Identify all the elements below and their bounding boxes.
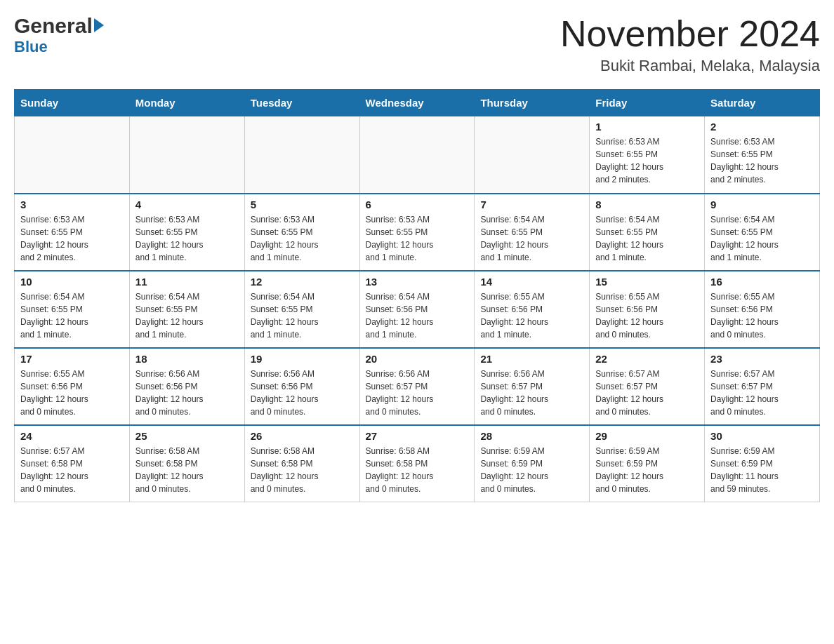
logo: General Blue [14, 14, 104, 56]
day-number: 17 [20, 353, 124, 365]
week-row-4: 17Sunrise: 6:55 AM Sunset: 6:56 PM Dayli… [15, 348, 820, 425]
day-number: 16 [710, 276, 814, 288]
weekday-header-row: SundayMondayTuesdayWednesdayThursdayFrid… [15, 90, 820, 116]
day-number: 7 [480, 199, 583, 210]
day-cell: 12Sunrise: 6:54 AM Sunset: 6:55 PM Dayli… [244, 271, 359, 348]
day-cell: 24Sunrise: 6:57 AM Sunset: 6:58 PM Dayli… [15, 425, 130, 502]
location-title: Bukit Rambai, Melaka, Malaysia [560, 57, 820, 75]
day-number: 12 [251, 276, 354, 288]
day-number: 9 [710, 199, 814, 210]
day-info: Sunrise: 6:55 AM Sunset: 6:56 PM Dayligh… [480, 290, 583, 341]
day-cell: 30Sunrise: 6:59 AM Sunset: 6:59 PM Dayli… [705, 425, 820, 502]
day-number: 25 [135, 430, 239, 442]
day-info: Sunrise: 6:56 AM Sunset: 6:57 PM Dayligh… [480, 368, 583, 418]
page-header: General Blue November 2024 Bukit Rambai,… [14, 14, 820, 75]
day-info: Sunrise: 6:54 AM Sunset: 6:55 PM Dayligh… [710, 213, 814, 264]
logo-general-text: General [14, 14, 93, 38]
day-info: Sunrise: 6:56 AM Sunset: 6:56 PM Dayligh… [135, 368, 239, 418]
day-cell [129, 116, 244, 194]
day-number: 15 [595, 276, 699, 288]
day-cell: 2Sunrise: 6:53 AM Sunset: 6:55 PM Daylig… [705, 116, 820, 194]
week-row-3: 10Sunrise: 6:54 AM Sunset: 6:55 PM Dayli… [15, 271, 820, 348]
day-number: 4 [135, 199, 239, 210]
day-info: Sunrise: 6:53 AM Sunset: 6:55 PM Dayligh… [135, 213, 239, 264]
weekday-header-sunday: Sunday [15, 90, 130, 116]
day-cell: 10Sunrise: 6:54 AM Sunset: 6:55 PM Dayli… [15, 271, 130, 348]
week-row-2: 3Sunrise: 6:53 AM Sunset: 6:55 PM Daylig… [15, 194, 820, 271]
day-info: Sunrise: 6:55 AM Sunset: 6:56 PM Dayligh… [710, 290, 814, 341]
day-cell: 21Sunrise: 6:56 AM Sunset: 6:57 PM Dayli… [475, 348, 590, 425]
day-number: 26 [251, 430, 354, 442]
day-cell: 25Sunrise: 6:58 AM Sunset: 6:58 PM Dayli… [129, 425, 244, 502]
day-number: 29 [595, 430, 699, 442]
day-number: 2 [710, 121, 814, 133]
day-number: 14 [480, 276, 583, 288]
logo-blue-text: Blue [14, 38, 48, 56]
day-cell: 26Sunrise: 6:58 AM Sunset: 6:58 PM Dayli… [244, 425, 359, 502]
day-cell: 28Sunrise: 6:59 AM Sunset: 6:59 PM Dayli… [475, 425, 590, 502]
day-cell: 29Sunrise: 6:59 AM Sunset: 6:59 PM Dayli… [590, 425, 705, 502]
day-info: Sunrise: 6:59 AM Sunset: 6:59 PM Dayligh… [480, 445, 583, 495]
day-number: 18 [135, 353, 239, 365]
week-row-1: 1Sunrise: 6:53 AM Sunset: 6:55 PM Daylig… [15, 116, 820, 194]
day-info: Sunrise: 6:54 AM Sunset: 6:56 PM Dayligh… [366, 290, 469, 341]
day-info: Sunrise: 6:54 AM Sunset: 6:55 PM Dayligh… [20, 290, 124, 341]
day-cell [15, 116, 130, 194]
day-cell [475, 116, 590, 194]
day-cell: 20Sunrise: 6:56 AM Sunset: 6:57 PM Dayli… [359, 348, 475, 425]
day-cell [244, 116, 359, 194]
day-cell: 19Sunrise: 6:56 AM Sunset: 6:56 PM Dayli… [244, 348, 359, 425]
day-cell: 1Sunrise: 6:53 AM Sunset: 6:55 PM Daylig… [590, 116, 705, 194]
day-info: Sunrise: 6:56 AM Sunset: 6:57 PM Dayligh… [366, 368, 469, 418]
day-info: Sunrise: 6:53 AM Sunset: 6:55 PM Dayligh… [595, 135, 699, 186]
day-cell: 5Sunrise: 6:53 AM Sunset: 6:55 PM Daylig… [244, 194, 359, 271]
day-info: Sunrise: 6:54 AM Sunset: 6:55 PM Dayligh… [480, 213, 583, 264]
day-info: Sunrise: 6:59 AM Sunset: 6:59 PM Dayligh… [595, 445, 699, 495]
day-cell: 13Sunrise: 6:54 AM Sunset: 6:56 PM Dayli… [359, 271, 475, 348]
day-info: Sunrise: 6:56 AM Sunset: 6:56 PM Dayligh… [251, 368, 354, 418]
day-info: Sunrise: 6:57 AM Sunset: 6:57 PM Dayligh… [595, 368, 699, 418]
day-cell: 18Sunrise: 6:56 AM Sunset: 6:56 PM Dayli… [129, 348, 244, 425]
weekday-header-friday: Friday [590, 90, 705, 116]
day-cell: 16Sunrise: 6:55 AM Sunset: 6:56 PM Dayli… [705, 271, 820, 348]
day-info: Sunrise: 6:54 AM Sunset: 6:55 PM Dayligh… [251, 290, 354, 341]
day-info: Sunrise: 6:57 AM Sunset: 6:57 PM Dayligh… [710, 368, 814, 418]
day-number: 22 [595, 353, 699, 365]
day-number: 21 [480, 353, 583, 365]
day-number: 3 [20, 199, 124, 210]
day-number: 24 [20, 430, 124, 442]
day-cell: 3Sunrise: 6:53 AM Sunset: 6:55 PM Daylig… [15, 194, 130, 271]
day-cell: 22Sunrise: 6:57 AM Sunset: 6:57 PM Dayli… [590, 348, 705, 425]
day-cell: 6Sunrise: 6:53 AM Sunset: 6:55 PM Daylig… [359, 194, 475, 271]
day-cell: 23Sunrise: 6:57 AM Sunset: 6:57 PM Dayli… [705, 348, 820, 425]
day-cell: 4Sunrise: 6:53 AM Sunset: 6:55 PM Daylig… [129, 194, 244, 271]
day-cell: 11Sunrise: 6:54 AM Sunset: 6:55 PM Dayli… [129, 271, 244, 348]
day-info: Sunrise: 6:59 AM Sunset: 6:59 PM Dayligh… [710, 445, 814, 495]
weekday-header-monday: Monday [129, 90, 244, 116]
week-row-5: 24Sunrise: 6:57 AM Sunset: 6:58 PM Dayli… [15, 425, 820, 502]
day-cell [359, 116, 475, 194]
day-cell: 8Sunrise: 6:54 AM Sunset: 6:55 PM Daylig… [590, 194, 705, 271]
day-number: 11 [135, 276, 239, 288]
day-number: 28 [480, 430, 583, 442]
weekday-header-tuesday: Tuesday [244, 90, 359, 116]
day-cell: 17Sunrise: 6:55 AM Sunset: 6:56 PM Dayli… [15, 348, 130, 425]
day-cell: 14Sunrise: 6:55 AM Sunset: 6:56 PM Dayli… [475, 271, 590, 348]
day-info: Sunrise: 6:58 AM Sunset: 6:58 PM Dayligh… [135, 445, 239, 495]
day-number: 19 [251, 353, 354, 365]
day-info: Sunrise: 6:54 AM Sunset: 6:55 PM Dayligh… [135, 290, 239, 341]
month-title: November 2024 [560, 14, 820, 54]
day-info: Sunrise: 6:53 AM Sunset: 6:55 PM Dayligh… [710, 135, 814, 186]
logo-triangle-icon [94, 18, 104, 32]
day-info: Sunrise: 6:53 AM Sunset: 6:55 PM Dayligh… [20, 213, 124, 264]
day-number: 1 [595, 121, 699, 133]
day-info: Sunrise: 6:58 AM Sunset: 6:58 PM Dayligh… [366, 445, 469, 495]
weekday-header-thursday: Thursday [475, 90, 590, 116]
day-cell: 27Sunrise: 6:58 AM Sunset: 6:58 PM Dayli… [359, 425, 475, 502]
day-cell: 9Sunrise: 6:54 AM Sunset: 6:55 PM Daylig… [705, 194, 820, 271]
day-info: Sunrise: 6:53 AM Sunset: 6:55 PM Dayligh… [251, 213, 354, 264]
title-block: November 2024 Bukit Rambai, Melaka, Mala… [560, 14, 820, 75]
day-cell: 15Sunrise: 6:55 AM Sunset: 6:56 PM Dayli… [590, 271, 705, 348]
day-number: 23 [710, 353, 814, 365]
weekday-header-saturday: Saturday [705, 90, 820, 116]
